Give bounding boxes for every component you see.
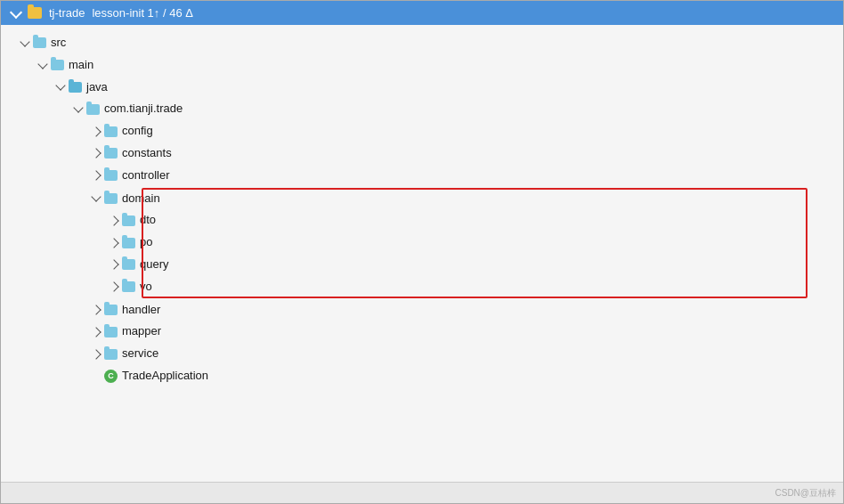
tree-row-package[interactable]: com.tianji.trade: [1, 98, 843, 120]
status-bar: CSDN@豆桔梓: [1, 482, 843, 503]
chevron-domain: [90, 192, 102, 205]
chevron-dto: [108, 215, 120, 227]
label-mapper: mapper: [122, 322, 161, 341]
label-main: main: [69, 56, 93, 75]
label-constants: constants: [122, 144, 172, 163]
chevron-service: [90, 348, 102, 361]
tree-row-main[interactable]: main: [1, 54, 843, 77]
label-query: query: [140, 256, 169, 274]
chevron-main: [37, 59, 49, 71]
folder-icon-constants: [104, 148, 118, 159]
chevron-query: [108, 258, 120, 271]
folder-icon-vo: [122, 281, 135, 292]
label-po: po: [140, 233, 152, 252]
tree-row-vo[interactable]: vo: [1, 276, 816, 298]
chevron-po: [108, 237, 120, 249]
chevron-mapper: [90, 326, 102, 338]
file-tree-panel: src main java com.tianji.trade config: [1, 25, 843, 482]
folder-icon-config: [104, 126, 118, 137]
label-config: config: [122, 122, 153, 141]
chevron-vo: [108, 280, 120, 293]
project-name: tj-trade: [49, 6, 85, 20]
chevron-controller: [90, 169, 102, 182]
project-folder-icon: [28, 7, 42, 19]
tree-row-src[interactable]: src: [1, 32, 843, 54]
folder-icon-main: [51, 60, 64, 70]
label-handler: handler: [122, 301, 160, 320]
chevron-package: [72, 103, 85, 116]
tree-row-config[interactable]: config: [1, 120, 843, 142]
folder-icon-query: [122, 259, 135, 270]
label-controller: controller: [122, 167, 169, 185]
folder-icon-java: [69, 82, 82, 93]
chevron-constants: [90, 147, 102, 159]
folder-icon-mapper: [104, 327, 118, 337]
tree-row-controller[interactable]: controller: [1, 165, 843, 187]
tree-row-mapper[interactable]: mapper: [1, 321, 843, 343]
tree-collapse-icon[interactable]: [10, 5, 22, 18]
tree-row-po[interactable]: po: [1, 232, 816, 254]
folder-icon-controller: [104, 170, 118, 181]
folder-icon-dto: [122, 215, 135, 226]
tree-row-constants[interactable]: constants: [1, 142, 843, 165]
folder-icon-package: [86, 104, 100, 115]
branch-info: lesson-init 1↑ / 46 Δ: [92, 6, 192, 20]
label-service: service: [122, 345, 158, 363]
app-class-icon: [104, 370, 118, 383]
tree-row-java[interactable]: java: [1, 77, 843, 99]
folder-icon-src: [33, 37, 46, 48]
label-package: com.tianji.trade: [104, 100, 183, 118]
title-bar: tj-trade lesson-init 1↑ / 46 Δ: [1, 1, 843, 25]
tree-row-query[interactable]: query: [1, 254, 816, 276]
folder-icon-domain: [104, 193, 118, 204]
main-window: tj-trade lesson-init 1↑ / 46 Δ src main …: [0, 0, 844, 504]
folder-icon-service: [104, 349, 118, 360]
folder-icon-handler: [104, 305, 118, 315]
label-java: java: [86, 78, 108, 97]
chevron-java: [54, 81, 67, 93]
tree-row-service[interactable]: service: [1, 343, 843, 365]
label-vo: vo: [140, 278, 152, 297]
label-dto: dto: [140, 211, 156, 230]
watermark-label: CSDN@豆桔梓: [775, 487, 837, 500]
label-tradeapp: TradeApplication: [122, 367, 208, 386]
tree-row-tradeapp[interactable]: TradeApplication: [1, 365, 843, 387]
tree-row-domain[interactable]: domain: [1, 188, 816, 210]
chevron-src: [19, 37, 31, 49]
tree-row-dto[interactable]: dto: [1, 209, 816, 232]
label-domain: domain: [122, 190, 160, 208]
chevron-config: [90, 126, 102, 138]
chevron-handler: [90, 304, 102, 316]
tree-row-handler[interactable]: handler: [1, 299, 843, 321]
label-src: src: [51, 34, 66, 53]
folder-icon-po: [122, 238, 135, 248]
